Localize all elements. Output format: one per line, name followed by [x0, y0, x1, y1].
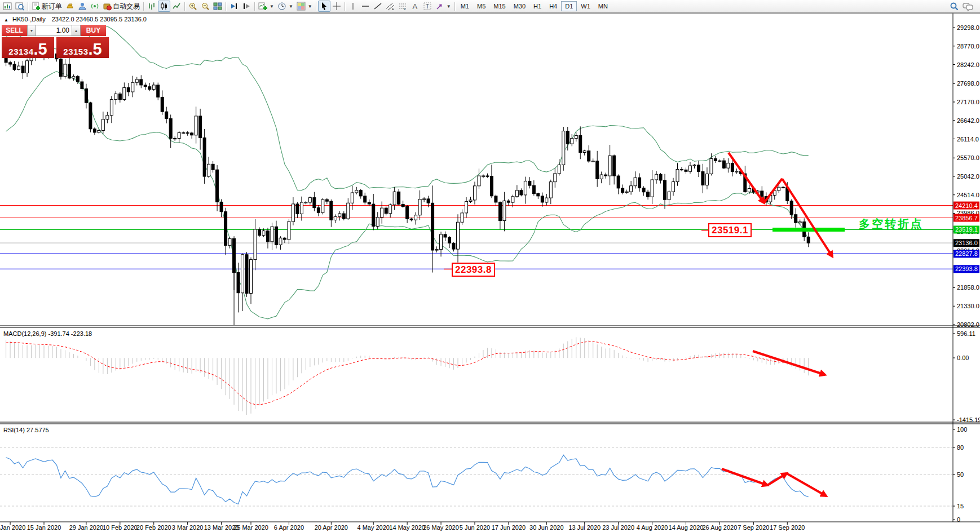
horizontal-line-button[interactable] [359, 1, 372, 12]
volume-input[interactable] [36, 25, 72, 36]
candlestick-series [5, 50, 810, 313]
autotrading-button[interactable]: 自动交易 [101, 1, 142, 12]
one-click-trading-widget: SELL ▼ ▲ BUY 23134.5 23153.5 [2, 25, 109, 58]
zoom-out-icon [201, 2, 210, 11]
bar-chart-button[interactable] [145, 1, 158, 12]
chat-button[interactable] [961, 1, 975, 12]
volume-increase-button[interactable]: ▲ [72, 25, 81, 36]
chart-window-icon [3, 2, 12, 11]
new-order-button[interactable]: 新订单 [30, 1, 64, 12]
tab-h4[interactable]: H4 [545, 1, 561, 11]
date-tick: 4 May 2020 [357, 524, 389, 531]
candlestick-chart-button[interactable] [158, 1, 170, 12]
vertical-line-icon [348, 2, 357, 11]
indicators-button[interactable]: ▼ [257, 1, 276, 12]
collapse-arrow-icon[interactable]: ▲ [4, 17, 8, 23]
tab-m30[interactable]: M30 [510, 1, 529, 11]
fibonacci-button[interactable]: F [396, 1, 409, 12]
chevron-down-icon: ▼ [308, 4, 312, 9]
tab-m5[interactable]: M5 [473, 1, 489, 11]
chart-shift-icon [242, 2, 251, 11]
chevron-down-icon: ▼ [447, 4, 451, 9]
gold-ingot-icon [65, 2, 74, 11]
vertical-line-button[interactable] [347, 1, 359, 12]
trend-arrow [764, 179, 782, 203]
price-tick: 28770.0 [957, 43, 979, 50]
chart-shift-button[interactable] [240, 1, 253, 12]
cursor-button[interactable] [318, 1, 330, 12]
price-tick: 21858.0 [957, 284, 979, 291]
tab-d1[interactable]: D1 [561, 1, 577, 11]
sell-price-panel[interactable]: 23134.5 [2, 37, 54, 58]
price-tick: 29298.0 [957, 24, 979, 31]
zoom-in-icon [188, 2, 197, 11]
support-highlight-bar [772, 228, 845, 232]
crosshair-button[interactable] [330, 1, 343, 12]
auto-scroll-button[interactable] [228, 1, 240, 12]
date-tick: 17 Sep 2020 [770, 524, 805, 531]
equidistant-channel-button[interactable]: E [384, 1, 396, 12]
date-tick: 14 May 2020 [389, 524, 425, 531]
buy-price-panel[interactable]: 23153.5 [56, 37, 109, 58]
text-label-button[interactable]: T [421, 1, 434, 12]
search-button[interactable] [948, 1, 961, 12]
svg-text:23519.1: 23519.1 [955, 226, 978, 233]
line-chart-button[interactable] [170, 1, 183, 12]
trend-arrow [753, 351, 825, 375]
price-label-annotation-23519[interactable]: 23519.1 [708, 223, 752, 237]
date-tick: 26 Aug 2020 [703, 524, 738, 531]
autotrading-icon [103, 2, 112, 11]
date-tick: 25 Mar 2020 [233, 524, 268, 531]
price-tick: 25570.0 [957, 154, 979, 161]
text-button[interactable]: A [409, 1, 421, 12]
label-t-icon: T [423, 2, 432, 11]
tile-windows-button[interactable] [211, 1, 224, 12]
trendline-button[interactable] [372, 1, 384, 12]
tab-w1[interactable]: W1 [577, 1, 594, 11]
signals-button[interactable] [89, 1, 101, 12]
zoom-out-button[interactable] [199, 1, 211, 12]
bollinger-upper [6, 26, 809, 190]
tab-m15[interactable]: M15 [489, 1, 509, 11]
price-tick: 21330.0 [957, 303, 979, 309]
volume-decrease-button[interactable]: ▼ [27, 25, 36, 36]
sell-button[interactable]: SELL [2, 25, 27, 36]
community-button[interactable] [76, 1, 89, 12]
chart-profiles-button[interactable] [14, 1, 26, 12]
price-tick: 24514.0 [957, 192, 979, 198]
macd-main-value: -391.74 [48, 330, 69, 337]
price-label-annotation-22393[interactable]: 22393.8 [452, 263, 495, 277]
zoom-in-button[interactable] [187, 1, 199, 12]
autotrading-label: 自动交易 [113, 2, 140, 11]
svg-text:50: 50 [957, 471, 964, 478]
svg-text:100: 100 [957, 426, 967, 433]
tab-mn[interactable]: MN [594, 1, 612, 11]
price-tick: 25042.0 [957, 173, 979, 180]
indicators-icon [258, 2, 267, 11]
date-tick: 10 Feb 2020 [103, 524, 138, 531]
svg-text:22393.8: 22393.8 [955, 265, 978, 272]
bar-chart-icon [147, 2, 156, 11]
tab-m1[interactable]: M1 [457, 1, 473, 11]
date-tick: 4 Aug 2020 [637, 524, 668, 531]
clock-icon [277, 2, 286, 11]
date-tick: 29 Jan 2020 [69, 524, 104, 531]
periods-button[interactable]: ▼ [276, 1, 295, 12]
templates-button[interactable]: ▼ [295, 1, 314, 12]
chevron-down-icon: ▼ [289, 4, 293, 9]
price-tick: 20802.0 [957, 321, 979, 328]
price-tick: 27698.0 [957, 80, 979, 87]
turning-point-annotation[interactable]: 多空转折点 [859, 216, 924, 232]
tab-h1[interactable]: H1 [529, 1, 545, 11]
macd-indicator [6, 337, 809, 415]
shapes-arrow-icon [435, 2, 444, 11]
price-tick: 26642.0 [957, 117, 979, 124]
gold-button[interactable] [64, 1, 76, 12]
macd-signal-value: -223.18 [71, 330, 92, 337]
price-tick: 27170.0 [957, 99, 979, 105]
new-chart-button[interactable] [1, 1, 14, 12]
arrows-button[interactable]: ▼ [434, 1, 453, 12]
macd-name: MACD(12,26,9) [3, 330, 46, 337]
buy-button[interactable]: BUY [81, 25, 106, 36]
new-order-icon [32, 2, 41, 11]
